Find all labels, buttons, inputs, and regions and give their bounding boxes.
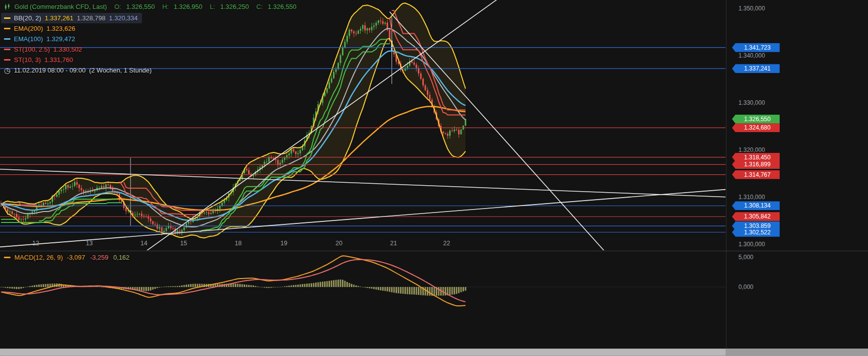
time-axis-label: 18 — [235, 240, 242, 247]
ema200-value: 1.323,626 — [47, 25, 75, 32]
macd-tick-label: 0,000 — [738, 284, 753, 290]
price-tick-label: 1.330,000 — [738, 99, 765, 106]
horizontal-scrollbar[interactable] — [0, 349, 868, 356]
st100-label: ST(100, 2.5) — [14, 46, 50, 53]
open-value: 1.326,550 — [126, 3, 155, 10]
price-tick-label: 1.320,000 — [738, 146, 765, 153]
close-label: C: — [257, 3, 263, 10]
price-tick-label: 1.300,000 — [738, 241, 765, 248]
macd-histogram-layer — [0, 280, 467, 296]
bb-value: 1.328,798 — [77, 14, 106, 22]
time-axis-label: 13 — [86, 240, 93, 247]
ema200-swatch-icon — [4, 28, 10, 29]
macd-value: -3,097 — [67, 254, 85, 261]
st100-value: 1.330,502 — [53, 46, 82, 53]
ema100-swatch-icon — [4, 38, 10, 40]
st10-label: ST(10, 3) — [14, 56, 41, 64]
price-level-badge[interactable]: 1.314,767 — [732, 170, 780, 179]
time-axis-label: 22 — [443, 240, 450, 247]
st10-swatch-icon — [4, 59, 10, 61]
low-label: L: — [210, 3, 215, 10]
st10-value: 1.331,760 — [44, 56, 73, 64]
ema100-label: EMA(100) — [14, 35, 43, 43]
time-range-label: 11.02.2019 08:00 - 09:00 — [14, 67, 85, 74]
bb-value: 1.337,261 — [45, 14, 73, 22]
candlestick-chart-icon — [4, 3, 11, 10]
trend-line — [0, 190, 726, 247]
price-tick-label: 1.340,000 — [738, 52, 765, 59]
price-level-badge[interactable]: 1.337,241 — [732, 64, 780, 73]
indicator-legend-st10[interactable]: ST(10, 3)1.331,760 — [4, 55, 296, 65]
indicator-legend-ema100[interactable]: EMA(100)1.329,472 — [4, 34, 296, 44]
time-axis-label: 21 — [390, 240, 397, 247]
instrument-legend-row[interactable]: Gold (Commerzbank CFD, Last) O:1.326,550… — [4, 1, 296, 12]
high-label: H: — [162, 3, 169, 10]
macd-values: -3,097-3,2590,162 — [67, 254, 130, 261]
price-level-badge[interactable]: 1.308,134 — [732, 201, 780, 210]
indicator-legend-list: BB(20, 2)1.337,2611.328,7981.320,334EMA(… — [4, 12, 296, 65]
time-axis-label: 19 — [280, 240, 287, 247]
price-level-badge[interactable]: 1.324,680 — [732, 123, 780, 132]
price-level-badge[interactable]: 1.302,522 — [732, 228, 780, 237]
macd-tick-label: 5,000 — [738, 254, 753, 261]
indicator-legend-st100[interactable]: ST(100, 2.5)1.330,502 — [4, 44, 296, 55]
instrument-name: Gold (Commerzbank CFD, Last) — [14, 3, 107, 10]
macd-value: 0,162 — [113, 254, 130, 261]
price-level-badge[interactable]: 1.341,723 — [732, 43, 780, 52]
low-value: 1.326,250 — [220, 3, 249, 10]
bb-value: 1.320,334 — [109, 14, 138, 22]
macd-line — [1, 256, 466, 306]
ema200-label: EMA(200) — [14, 25, 43, 32]
high-value: 1.326,950 — [174, 3, 202, 10]
price-level-badge[interactable]: 1.316,899 — [732, 160, 780, 169]
trading-chart-window: Gold (Commerzbank CFD, Last) O:1.326,550… — [0, 0, 868, 356]
price-tick-label: 1.310,000 — [738, 194, 765, 201]
macd-value: -3,259 — [90, 254, 108, 261]
indicator-legend-bb[interactable]: BB(20, 2)1.337,2611.328,7981.320,334 — [1, 13, 142, 23]
price-tick-label: 1.350,000 — [738, 5, 765, 12]
macd-label: MACD(12, 26, 9) — [14, 254, 63, 261]
panel-divider[interactable] — [0, 251, 868, 251]
macd-signal-line — [1, 260, 466, 302]
price-level-badge[interactable]: 1.305,842 — [732, 212, 780, 221]
macd-pane — [0, 256, 726, 306]
price-axis[interactable]: 1.350,0001.340,0001.330,0001.320,0001.31… — [726, 0, 868, 349]
macd-legend-row[interactable]: MACD(12, 26, 9) -3,097-3,2590,162 — [4, 254, 130, 261]
last-price-badge[interactable]: 1.326,550 — [732, 115, 780, 124]
indicator-legend-ema200[interactable]: EMA(200)1.323,626 — [4, 23, 296, 34]
macd-swatch-icon — [4, 257, 10, 258]
time-axis-label: 15 — [180, 240, 187, 247]
close-value: 1.326,550 — [268, 3, 297, 10]
bb-label: BB(20, 2) — [14, 14, 41, 22]
time-axis-label: 12 — [32, 240, 39, 247]
bb-swatch-icon — [4, 17, 10, 19]
scrollbar-handle[interactable] — [0, 349, 726, 356]
st100-swatch-icon — [4, 49, 10, 50]
chart-legend: Gold (Commerzbank CFD, Last) O:1.326,550… — [4, 1, 296, 75]
timeframe-label: (2 Wochen, 1 Stunde) — [89, 67, 151, 74]
ema100-value: 1.329,472 — [47, 35, 75, 43]
time-axis-label: 14 — [140, 240, 147, 247]
time-axis-label: 20 — [335, 240, 342, 247]
clock-icon: ◷ — [4, 67, 10, 74]
open-label: O: — [114, 3, 121, 10]
time-range-row: ◷ 11.02.2019 08:00 - 09:00 (2 Wochen, 1 … — [4, 65, 296, 75]
